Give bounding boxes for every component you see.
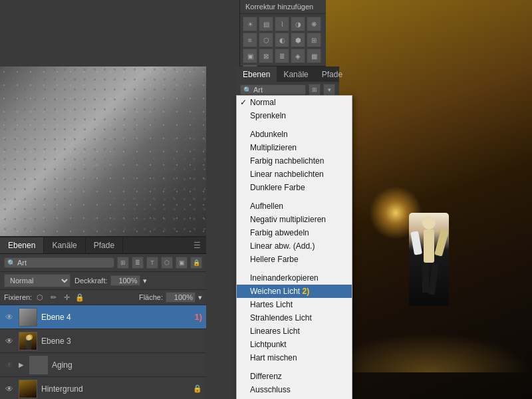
layer-visibility-icon[interactable]: 👁	[4, 360, 15, 370]
filter-attr-icon[interactable]: ≣	[132, 257, 144, 269]
fill-label: Fläche:	[139, 293, 163, 301]
gradient-map-icon[interactable]: ▦	[307, 49, 321, 63]
fix-row: Fixieren: ⬡ ✏ ✛ 🔒 Fläche: ▾	[0, 290, 206, 305]
layer-thumb	[19, 380, 37, 398]
right-image-area	[326, 0, 532, 399]
dropdown-item-linear-abw[interactable]: Linear abw. (Add.)	[237, 239, 352, 253]
fix-lock-icon[interactable]: 🔒	[74, 292, 85, 303]
layer-visibility-icon[interactable]: 👁	[4, 312, 15, 323]
channel-mixer-icon[interactable]: ⊞	[307, 33, 321, 47]
levels-icon[interactable]: ▤	[259, 17, 273, 31]
dropdown-item-multiplizieren[interactable]: Multiplizieren	[237, 141, 352, 154]
search-box: 🔍	[4, 257, 114, 268]
dropdown-item-strahlendes-licht[interactable]: Strahlendes Licht	[237, 311, 352, 325]
layer-item[interactable]: 👁 Ebene 3	[0, 329, 206, 353]
hsl-icon[interactable]: ≡	[243, 33, 257, 47]
dropdown-item-lineares-licht[interactable]: Lineares Licht	[237, 325, 352, 338]
filter-color-icon[interactable]: ▣	[176, 257, 188, 269]
layer-thumb-img	[19, 332, 37, 350]
tab-ebenen[interactable]: Ebenen	[0, 237, 44, 253]
dropdown-item-hellere-farbe[interactable]: Hellere Farbe	[237, 253, 352, 266]
dropdown-item-ineinander[interactable]: Ineinanderkopieren	[237, 271, 352, 285]
panel-menu-icon[interactable]: ☰	[188, 237, 206, 253]
filter-pin-icon[interactable]: 🔒	[190, 257, 202, 269]
dropdown-item-aufhellen[interactable]: Aufhellen	[237, 200, 352, 213]
blend-mode-dropdown: Normal Sprenkeln Abdunkeln Multipliziere…	[236, 95, 352, 399]
dropdown-item-hart-mischen[interactable]: Hart mischen	[237, 351, 352, 364]
top-tab-pfade[interactable]: Pfade	[315, 66, 349, 82]
tab-pfade[interactable]: Pfade	[86, 237, 123, 253]
opacity-input[interactable]	[110, 275, 140, 286]
blend-mode-select[interactable]: Normal	[4, 274, 70, 287]
dropdown-item-hartes-licht[interactable]: Hartes Licht	[237, 298, 352, 311]
bw-icon[interactable]: ◐	[275, 33, 289, 47]
top-search-box: 🔍	[240, 84, 306, 95]
dropdown-item-linear-nachbelichten[interactable]: Linear nachbelichten	[237, 168, 352, 181]
top-panel-icon2[interactable]: ▾	[323, 84, 335, 96]
opacity-label: Deckkraft:	[74, 277, 108, 285]
dropdown-item-ausschluss[interactable]: Ausschluss	[237, 383, 352, 396]
search-icon: 🔍	[7, 259, 15, 267]
canvas-texture	[0, 66, 206, 236]
dropdown-item-negativ-mult[interactable]: Negativ multiplizieren	[237, 213, 352, 226]
correction-title: Korrektur hinzufügen	[240, 0, 326, 14]
filter-type-icon[interactable]: ⊞	[117, 257, 129, 269]
top-tab-kanaele[interactable]: Kanäle	[277, 66, 315, 82]
dropdown-item-differenz[interactable]: Differenz	[237, 370, 352, 383]
color-balance-icon[interactable]: ⬡	[259, 33, 273, 47]
layers-panel: Ebenen Kanäle Pfade ☰ 🔍 ⊞ ≣ T ⬡ ▣ 🔒 Norm…	[0, 236, 206, 399]
search-input[interactable]	[17, 259, 57, 267]
photo-filter-icon[interactable]: ⬢	[291, 33, 305, 47]
dropdown-item-sprenkeln[interactable]: Sprenkeln	[237, 109, 352, 122]
top-search-icon: 🔍	[243, 86, 251, 94]
svg-rect-4	[422, 263, 429, 293]
dropdown-item-abdunkeln[interactable]: Abdunkeln	[237, 128, 352, 141]
layer-item-background[interactable]: 👁 Hintergrund 🔒	[0, 377, 206, 399]
dropdown-item-farbig-abwedeln[interactable]: Farbig abwedeln	[237, 226, 352, 239]
exposure-icon[interactable]: ◑	[291, 17, 305, 31]
dropdown-separator	[237, 194, 352, 200]
dropdown-item-farbig-nachbelichten[interactable]: Farbig nachbelichten	[237, 154, 352, 168]
dropdown-item-weichen-licht[interactable]: Weichen Licht 2)	[237, 285, 352, 298]
figure-svg	[409, 213, 449, 306]
fix-move-icon[interactable]: ✛	[61, 292, 72, 303]
vibrance-icon[interactable]: ❋	[307, 17, 321, 31]
correction-panel: Korrektur hinzufügen ☀ ▤ ⌇ ◑ ❋ ≡ ⬡ ◐ ⬢ ⊞…	[239, 0, 326, 66]
tab-kanaele[interactable]: Kanäle	[44, 237, 85, 253]
invert-icon[interactable]: ⊠	[259, 49, 273, 63]
brightness-icon[interactable]: ☀	[243, 17, 257, 31]
dropdown-item-lichtpunkt[interactable]: Lichtpunkt	[237, 338, 352, 351]
figure	[389, 213, 469, 359]
svg-rect-5	[428, 263, 440, 295]
svg-rect-3	[434, 229, 449, 257]
dropdown-separator	[237, 266, 352, 271]
curves-icon[interactable]: ⌇	[275, 17, 289, 31]
layer-visibility-icon[interactable]: 👁	[4, 336, 15, 346]
opacity-arrow[interactable]: ▾	[143, 277, 147, 285]
filter-mode-icon[interactable]: ⬡	[161, 257, 173, 269]
fix-paint-icon[interactable]: ✏	[48, 292, 59, 303]
filter-effect-icon[interactable]: T	[146, 257, 158, 269]
top-search-input[interactable]	[253, 86, 287, 94]
dropdown-item-dunklere-farbe[interactable]: Dunklere Farbe	[237, 181, 352, 194]
dropdown-item-normal[interactable]: Normal	[237, 96, 352, 109]
group-arrow-icon[interactable]: ▶	[19, 361, 24, 368]
layer-thumb	[29, 356, 48, 374]
posterize-icon[interactable]: ≣	[275, 49, 289, 63]
fill-arrow[interactable]: ▾	[198, 293, 202, 302]
layer-visibility-icon[interactable]: 👁	[4, 384, 15, 394]
top-panel-icon1[interactable]: ⊞	[309, 84, 321, 96]
layer-thumb-img	[19, 380, 37, 398]
threshold-icon[interactable]: ◈	[291, 49, 305, 63]
layers-list: 👁 Ebene 4 1) 👁 Ebene 3	[0, 305, 206, 399]
fill-input[interactable]	[166, 292, 196, 303]
fix-transparency-icon[interactable]: ⬡	[35, 292, 45, 303]
dropdown-item-subtrahieren[interactable]: Subtrahieren	[237, 396, 352, 399]
layer-item-group[interactable]: 👁 ▶ Aging	[0, 353, 206, 377]
svg-rect-2	[410, 231, 422, 255]
color-lookup-icon[interactable]: ▣	[243, 49, 257, 63]
item-number-2: 2)	[303, 287, 310, 296]
top-tab-ebenen[interactable]: Ebenen	[236, 66, 277, 82]
layer-item[interactable]: 👁 Ebene 4 1)	[0, 305, 206, 329]
svg-rect-7	[26, 340, 31, 350]
